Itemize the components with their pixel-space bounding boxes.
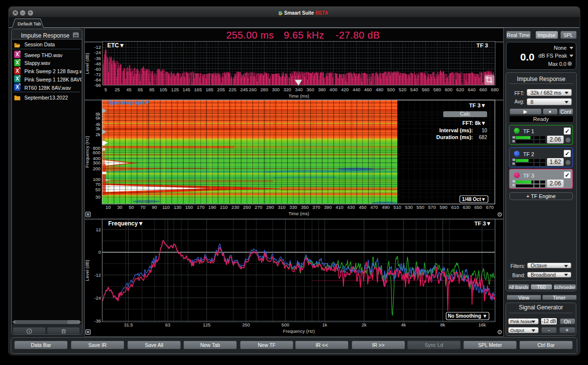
svg-text:Frequency (Hz): Frequency (Hz) <box>84 136 90 167</box>
svg-text:65: 65 <box>138 87 143 92</box>
svg-text:-60: -60 <box>94 66 101 72</box>
svg-text:Level (dB): Level (dB) <box>84 53 90 74</box>
svg-text:500: 500 <box>281 322 289 327</box>
svg-text:560: 560 <box>422 87 430 92</box>
svg-text:145: 145 <box>182 87 190 92</box>
svg-text:90: 90 <box>152 204 157 210</box>
svg-text:630: 630 <box>463 204 470 210</box>
svg-text:30: 30 <box>95 194 100 200</box>
svg-text:640: 640 <box>468 87 476 92</box>
svg-text:ETC▼: ETC▼ <box>107 42 125 49</box>
svg-text:Spectrograph▼: Spectrograph▼ <box>108 100 150 105</box>
svg-text:500: 500 <box>387 87 395 92</box>
svg-text:31.5: 31.5 <box>124 322 133 327</box>
svg-text:4k: 4k <box>401 322 406 327</box>
svg-text:TF 3▼: TF 3▼ <box>474 221 491 226</box>
svg-text:6k: 6k <box>96 115 100 121</box>
svg-text:450: 450 <box>359 204 367 210</box>
svg-text:63: 63 <box>165 322 171 327</box>
svg-text:-24: -24 <box>94 50 101 55</box>
svg-text:610: 610 <box>451 204 459 210</box>
svg-text:590: 590 <box>440 204 448 210</box>
svg-text:50: 50 <box>95 187 100 192</box>
svg-text:510: 510 <box>393 204 401 210</box>
svg-text:12: 12 <box>96 227 101 232</box>
svg-text:Duration (ms):: Duration (ms): <box>436 134 473 140</box>
svg-text:300: 300 <box>272 87 280 92</box>
svg-text:225: 225 <box>229 87 236 92</box>
svg-text:TF 3▼: TF 3▼ <box>469 102 486 108</box>
svg-text:440: 440 <box>353 87 360 92</box>
svg-text:5: 5 <box>104 87 107 92</box>
svg-text:No Smoothing ▼: No Smoothing ▼ <box>448 313 488 319</box>
svg-text:360: 360 <box>307 87 314 92</box>
svg-text:165: 165 <box>194 87 202 92</box>
svg-text:380: 380 <box>318 87 326 92</box>
svg-text:100: 100 <box>93 177 100 182</box>
svg-text:620: 620 <box>456 87 464 92</box>
svg-text:320: 320 <box>283 87 291 92</box>
svg-text:580: 580 <box>433 87 441 92</box>
svg-text:1k: 1k <box>322 322 327 327</box>
svg-text:230: 230 <box>232 204 239 210</box>
svg-text:520: 520 <box>399 87 407 92</box>
svg-text:70: 70 <box>140 204 146 210</box>
svg-text:2k: 2k <box>96 132 100 137</box>
svg-text:600: 600 <box>445 87 452 92</box>
svg-text:300: 300 <box>93 160 100 165</box>
svg-text:680: 680 <box>491 87 499 92</box>
svg-text:-36: -36 <box>94 56 101 61</box>
svg-text:50: 50 <box>129 204 134 210</box>
svg-text:570: 570 <box>428 204 436 210</box>
svg-text:125: 125 <box>171 87 179 92</box>
svg-text:205: 205 <box>217 87 225 92</box>
svg-text:105: 105 <box>159 87 167 92</box>
svg-text:430: 430 <box>347 204 355 210</box>
svg-text:250: 250 <box>242 322 250 327</box>
svg-text:Frequency▼: Frequency▼ <box>108 220 144 227</box>
svg-text:185: 185 <box>206 87 214 92</box>
svg-text:-48: -48 <box>94 61 101 66</box>
svg-text:85: 85 <box>149 87 155 92</box>
svg-text:330: 330 <box>289 204 297 210</box>
svg-text:280: 280 <box>260 87 268 92</box>
svg-text:170: 170 <box>197 204 205 210</box>
svg-text:150: 150 <box>185 204 193 210</box>
svg-text:190: 190 <box>208 204 216 210</box>
svg-text:470: 470 <box>370 204 378 210</box>
svg-text:-72: -72 <box>94 72 101 77</box>
svg-text:650: 650 <box>474 204 482 210</box>
svg-text:TF 3: TF 3 <box>476 42 488 48</box>
svg-text:30: 30 <box>117 204 122 210</box>
svg-text:550: 550 <box>416 204 424 210</box>
svg-text:Level (dB): Level (dB) <box>84 260 90 281</box>
svg-text:682: 682 <box>479 135 487 140</box>
svg-text:45: 45 <box>126 87 132 92</box>
svg-text:245: 245 <box>240 87 248 92</box>
svg-text:Interval (ms):: Interval (ms): <box>439 127 473 133</box>
svg-text:-12: -12 <box>94 272 101 278</box>
svg-text:600: 600 <box>93 150 100 155</box>
svg-text:350: 350 <box>301 204 309 210</box>
svg-text:-84: -84 <box>94 77 101 82</box>
svg-text:660: 660 <box>479 87 487 92</box>
svg-text:Time (ms): Time (ms) <box>289 211 309 216</box>
svg-text:Frequency (Hz): Frequency (Hz) <box>283 328 314 334</box>
svg-text:670: 670 <box>486 204 494 210</box>
svg-text:210: 210 <box>220 204 228 210</box>
svg-text:-96: -96 <box>94 82 101 88</box>
svg-text:25: 25 <box>115 87 120 92</box>
svg-text:1/48 Oct▼: 1/48 Oct▼ <box>462 197 486 202</box>
svg-text:-24: -24 <box>94 295 101 301</box>
svg-text:130: 130 <box>174 204 181 210</box>
svg-text:400: 400 <box>330 87 337 92</box>
svg-text:290: 290 <box>266 204 274 210</box>
svg-text:310: 310 <box>278 204 286 210</box>
svg-text:8k: 8k <box>440 322 445 327</box>
svg-text:420: 420 <box>341 87 349 92</box>
svg-text:540: 540 <box>410 87 418 92</box>
svg-text:ST: ST <box>279 11 282 14</box>
svg-text:490: 490 <box>382 204 390 210</box>
svg-text:FFT: 8k▼: FFT: 8k▼ <box>462 120 486 126</box>
svg-text:-36: -36 <box>94 318 101 324</box>
